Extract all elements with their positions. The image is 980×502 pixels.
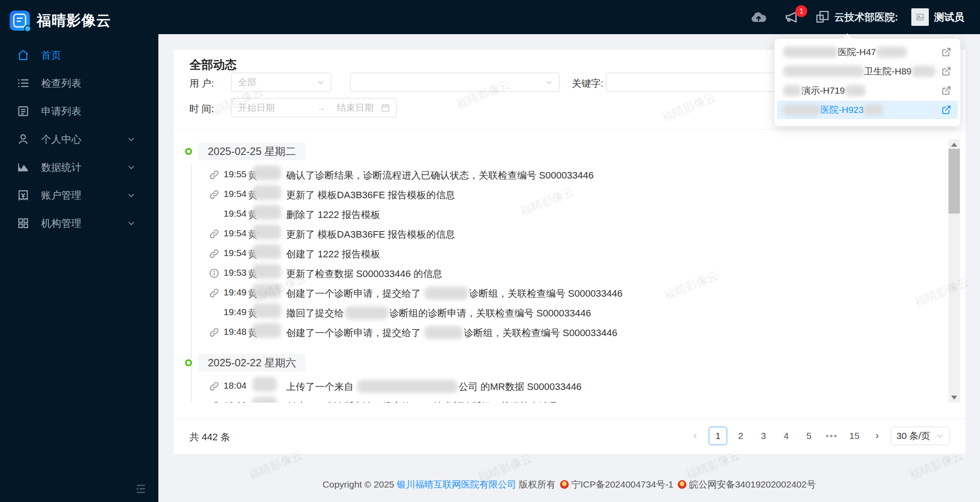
timeline-entry: 19:54黄更新了 模板DA3B36FE 报告模板的信息 — [174, 225, 944, 244]
org-item-label: 演示-H719 — [802, 84, 845, 97]
scrollbar-thumb[interactable] — [948, 149, 960, 214]
sidebar-item-3[interactable]: 申请列表 — [0, 97, 158, 125]
sidebar-item-5[interactable]: 数据统计 — [0, 153, 158, 181]
page-size-select[interactable]: 30 条/页 — [891, 427, 950, 445]
scrollbar[interactable] — [948, 139, 960, 403]
pagination-page-2[interactable]: 2 — [732, 427, 750, 445]
entry-user: 黄 — [248, 267, 283, 281]
timeline-entry: 19:53黄更新了检查数据 S000033446 的信息 — [174, 264, 944, 284]
org-label: 云技术部医院: — [834, 11, 898, 24]
sidebar-item-1[interactable]: 首页 — [0, 41, 158, 69]
entry-user: 黄 — [248, 169, 283, 182]
redacted-name — [252, 397, 277, 403]
sidebar-item-label: 首页 — [41, 49, 61, 62]
entry-user: 黄 — [248, 287, 283, 300]
sidebar-collapse-icon[interactable] — [134, 483, 147, 495]
entry-text: 创建了一个诊断申请，提交给了 — [286, 327, 424, 338]
entry-text: 删除了 1222 报告模板 — [286, 209, 380, 220]
entry-text: 诊断组，关联检查编号 S000033446 — [464, 327, 617, 338]
org-switcher[interactable]: 云技术部医院: — [815, 10, 898, 25]
wallet-icon — [17, 189, 30, 202]
org-item-label: 医院-H47 — [838, 46, 876, 58]
entry-time: 19:53 — [224, 267, 247, 278]
user-type-select[interactable]: 全部 — [231, 73, 331, 92]
pagination-ellipsis[interactable]: ••• — [822, 427, 841, 445]
pagination-page-4[interactable]: 4 — [777, 427, 795, 445]
redacted-name — [252, 377, 277, 392]
org-dropdown: 医院-H47卫生院-H89演示-H719医院-H923 — [774, 39, 960, 126]
external-link-icon[interactable] — [941, 47, 952, 57]
list-icon — [17, 77, 30, 90]
redacted-text — [783, 46, 838, 58]
redacted-name — [252, 165, 281, 180]
announcement-icon[interactable]: 1 — [782, 7, 802, 27]
copyright-text: Copyright © 2025 — [322, 479, 397, 489]
pagination-next[interactable]: › — [868, 427, 886, 445]
sidebar: 福晴影像云 首页检查列表申请列表个人中心数据统计账户管理机构管理 — [0, 0, 158, 502]
cloud-upload-icon[interactable] — [749, 7, 769, 27]
user-select[interactable] — [350, 73, 560, 92]
pagination-page-5[interactable]: 5 — [800, 427, 818, 445]
redacted-name — [252, 244, 281, 259]
pagination-page-3[interactable]: 3 — [754, 427, 773, 445]
sidebar-item-6[interactable]: 账户管理 — [0, 181, 158, 209]
link-icon — [209, 248, 220, 259]
redacted-text — [864, 104, 883, 116]
org-dropdown-item-3[interactable]: 演示-H719 — [777, 81, 958, 100]
redacted-name — [252, 303, 281, 318]
external-link-icon[interactable] — [941, 105, 952, 115]
redacted-name — [252, 225, 281, 239]
app-title: 福晴影像云 — [37, 11, 111, 31]
calendar-icon — [381, 103, 390, 112]
chevron-down-icon — [127, 191, 136, 200]
chevron-down-icon — [127, 135, 136, 144]
link-icon — [209, 327, 220, 338]
entry-text: 更新了 模板DA3B36FE 报告模板的信息 — [286, 190, 455, 200]
entry-time: 19:55 — [224, 169, 247, 179]
external-link-icon[interactable] — [941, 66, 952, 77]
sidebar-item-label: 个人中心 — [41, 133, 81, 146]
entry-time: 19:48 — [224, 326, 247, 337]
entry-text: 撤回了提交给 — [286, 308, 344, 319]
sidebar-item-2[interactable]: 检查列表 — [0, 69, 158, 97]
timeline-date-dot — [185, 359, 192, 366]
notification-badge: 1 — [795, 5, 807, 17]
org-item-label: 卫生院-H89 — [864, 65, 912, 77]
pagination-page-15[interactable]: 15 — [845, 427, 864, 445]
entry-time: 19:54 — [224, 189, 247, 199]
pagination-page-1[interactable]: 1 — [709, 427, 727, 445]
scrollbar-down-arrow[interactable] — [948, 392, 960, 403]
sidebar-item-7[interactable]: 机构管理 — [0, 209, 158, 237]
redacted-text — [845, 85, 866, 96]
entry-time: 19:54 — [224, 208, 247, 219]
external-link-icon[interactable] — [941, 85, 952, 96]
total-count: 共 442 条 — [189, 431, 230, 444]
app-logo[interactable]: 福晴影像云 — [0, 0, 158, 34]
org-dropdown-item-1[interactable]: 医院-H47 — [777, 43, 958, 61]
sidebar-item-4[interactable]: 个人中心 — [0, 125, 158, 153]
chart-icon — [17, 161, 30, 174]
pagination-bar: 共 442 条 ‹12345•••15›30 条/页 — [174, 419, 966, 454]
user-menu[interactable]: 测试员 — [911, 8, 964, 26]
date-range-picker[interactable]: 开始日期 → 结束日期 — [231, 98, 397, 117]
timeline-entry: 19:55黄确认了诊断结果，诊断流程进入已确认状态，关联检查编号 S000033… — [174, 165, 944, 185]
org-item-label: 医院-H923 — [820, 104, 864, 116]
start-date-placeholder: 开始日期 — [238, 102, 275, 114]
entry-user: 黄 — [248, 208, 283, 221]
pagination-prev[interactable]: ‹ — [686, 427, 704, 445]
page-size-value: 30 条/页 — [896, 430, 930, 442]
user-type-value: 全部 — [238, 76, 256, 88]
entry-text: 公司 的MR数据 S000033446 — [458, 381, 581, 392]
chevron-down-icon — [317, 78, 325, 86]
entry-user: 黄 — [248, 326, 283, 340]
org-dropdown-item-4[interactable]: 医院-H923 — [777, 101, 958, 119]
scrollbar-up-arrow[interactable] — [948, 139, 960, 150]
company-link[interactable]: 银川福晴互联网医院有限公司 — [397, 479, 516, 489]
entry-time: 19:49 — [224, 287, 247, 298]
org-dropdown-item-2[interactable]: 卫生院-H89 — [777, 62, 958, 81]
redacted-name — [252, 264, 281, 279]
chevron-down-icon — [127, 219, 136, 228]
entry-text: 创建了一个诊断申请，提交给了 云技术部诊断组，关联检查编号 S000033446 — [286, 401, 616, 403]
chevron-down-icon — [127, 163, 136, 172]
link-icon — [209, 381, 220, 392]
